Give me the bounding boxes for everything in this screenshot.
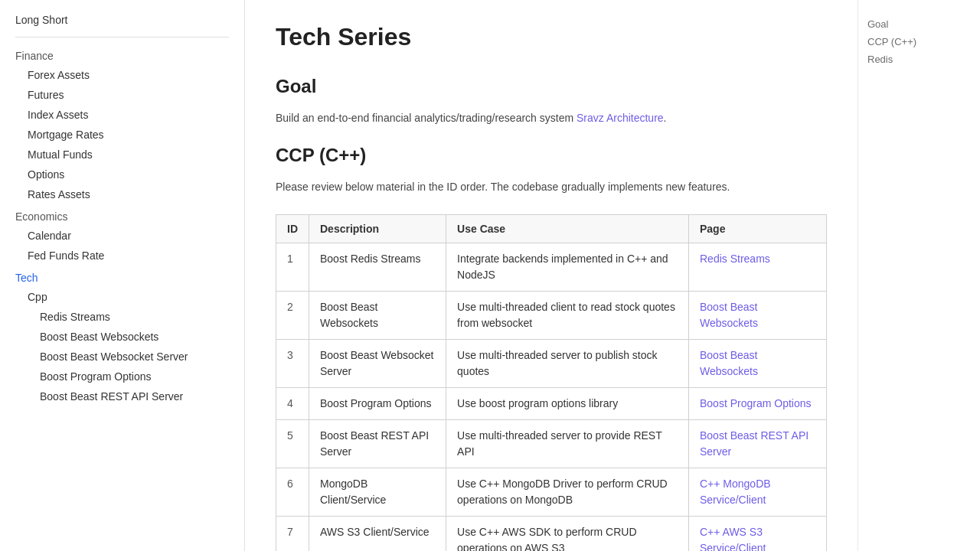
cell-id-1: 2 [276, 291, 309, 339]
table-row: 2Boost Beast WebsocketsUse multi-threade… [276, 291, 827, 339]
cell-page-5: C++ MongoDB Service/Client [689, 468, 827, 516]
col-header-description: Description [309, 214, 446, 243]
sidebar-item-forex-assets[interactable]: Forex Assets [0, 65, 244, 85]
cell-desc-2: Boost Beast Websocket Server [309, 339, 446, 387]
cell-use-case-5: Use C++ MongoDB Driver to perform CRUD o… [446, 468, 689, 516]
sravz-architecture-link[interactable]: Sravz Architecture [577, 112, 664, 124]
col-header-page: Page [689, 214, 827, 243]
main-content: Tech Series Goal Build an end-to-end fin… [245, 0, 858, 551]
table-row: 6MongoDB Client/ServiceUse C++ MongoDB D… [276, 468, 827, 516]
cell-id-0: 1 [276, 243, 309, 291]
cell-id-3: 4 [276, 387, 309, 419]
cell-use-case-0: Integrate backends implemented in C++ an… [446, 243, 689, 291]
toc-item-goal[interactable]: Goal [867, 15, 971, 33]
cell-use-case-4: Use multi-threaded server to provide RES… [446, 419, 689, 468]
sidebar-subitem-boost-beast-websockets[interactable]: Boost Beast Websockets [0, 327, 244, 347]
page-link-5[interactable]: C++ MongoDB Service/Client [700, 478, 771, 506]
sidebar-item-calendar[interactable]: Calendar [0, 226, 244, 246]
goal-text-before: Build an end-to-end financial analytics/… [276, 112, 577, 124]
table-row: 5Boost Beast REST API ServerUse multi-th… [276, 419, 827, 468]
sidebar-subitem-boost-program-options[interactable]: Boost Program Options [0, 367, 244, 386]
cell-id-2: 3 [276, 339, 309, 387]
cell-use-case-2: Use multi-threaded server to publish sto… [446, 339, 689, 387]
sidebar-subitem-redis-streams[interactable]: Redis Streams [0, 307, 244, 327]
table-row: 3Boost Beast Websocket ServerUse multi-t… [276, 339, 827, 387]
page-link-3[interactable]: Boost Program Options [700, 397, 812, 409]
cell-desc-4: Boost Beast REST API Server [309, 419, 446, 468]
table-row: 7AWS S3 Client/ServiceUse C++ AWS SDK to… [276, 516, 827, 551]
sidebar-item-options[interactable]: Options [0, 165, 244, 184]
sidebar-item-mortgage-rates[interactable]: Mortgage Rates [0, 125, 244, 145]
cell-page-4: Boost Beast REST API Server [689, 419, 827, 468]
cell-use-case-3: Use boost program options library [446, 387, 689, 419]
table-row: 4Boost Program OptionsUse boost program … [276, 387, 827, 419]
goal-description: Build an end-to-end financial analytics/… [276, 109, 827, 126]
col-header-use-case: Use Case [446, 214, 689, 243]
sidebar: Long Short Finance Forex Assets Futures … [0, 0, 245, 551]
sidebar-item-futures[interactable]: Futures [0, 85, 244, 105]
sidebar-top-link[interactable]: Long Short [0, 9, 244, 31]
cell-page-2: Boost Beast Websockets [689, 339, 827, 387]
sidebar-section-tech: Tech [0, 266, 244, 287]
table-of-contents: Goal CCP (C++) Redis [858, 0, 980, 551]
toc-item-ccp[interactable]: CCP (C++) [867, 33, 971, 51]
cell-page-0: Redis Streams [689, 243, 827, 291]
sidebar-item-mutual-funds[interactable]: Mutual Funds [0, 145, 244, 165]
cell-id-5: 6 [276, 468, 309, 516]
cell-use-case-1: Use multi-threaded client to read stock … [446, 291, 689, 339]
ccp-heading: CCP (C++) [276, 145, 827, 166]
cell-page-1: Boost Beast Websockets [689, 291, 827, 339]
ccp-table: ID Description Use Case Page 1Boost Redi… [276, 214, 827, 551]
cell-page-6: C++ AWS S3 Service/Client [689, 516, 827, 551]
goal-text-after: . [664, 112, 667, 124]
page-link-6[interactable]: C++ AWS S3 Service/Client [700, 526, 766, 551]
cell-desc-1: Boost Beast Websockets [309, 291, 446, 339]
cell-page-3: Boost Program Options [689, 387, 827, 419]
page-link-4[interactable]: Boost Beast REST API Server [700, 429, 808, 458]
sidebar-item-cpp[interactable]: Cpp [0, 287, 244, 307]
cell-desc-3: Boost Program Options [309, 387, 446, 419]
page-link-0[interactable]: Redis Streams [700, 253, 770, 265]
sidebar-item-fed-funds-rate[interactable]: Fed Funds Rate [0, 246, 244, 266]
page-link-1[interactable]: Boost Beast Websockets [700, 301, 758, 329]
cell-id-4: 5 [276, 419, 309, 468]
ccp-description: Please review below material in the ID o… [276, 178, 827, 195]
sidebar-subitem-boost-beast-websocket-server[interactable]: Boost Beast Websocket Server [0, 347, 244, 367]
sidebar-item-rates-assets[interactable]: Rates Assets [0, 184, 244, 204]
sidebar-section-economics: Economics [0, 204, 244, 226]
toc-item-redis[interactable]: Redis [867, 51, 971, 68]
cell-desc-5: MongoDB Client/Service [309, 468, 446, 516]
sidebar-subitem-boost-beast-rest[interactable]: Boost Beast REST API Server [0, 386, 244, 406]
cell-desc-6: AWS S3 Client/Service [309, 516, 446, 551]
cell-desc-0: Boost Redis Streams [309, 243, 446, 291]
cell-use-case-6: Use C++ AWS SDK to perform CRUD operatio… [446, 516, 689, 551]
table-row: 1Boost Redis StreamsIntegrate backends i… [276, 243, 827, 291]
page-title: Tech Series [276, 23, 827, 51]
goal-heading: Goal [276, 76, 827, 97]
cell-id-6: 7 [276, 516, 309, 551]
col-header-id: ID [276, 214, 309, 243]
page-link-2[interactable]: Boost Beast Websockets [700, 349, 758, 377]
sidebar-section-finance: Finance [0, 44, 244, 65]
sidebar-item-index-assets[interactable]: Index Assets [0, 105, 244, 125]
